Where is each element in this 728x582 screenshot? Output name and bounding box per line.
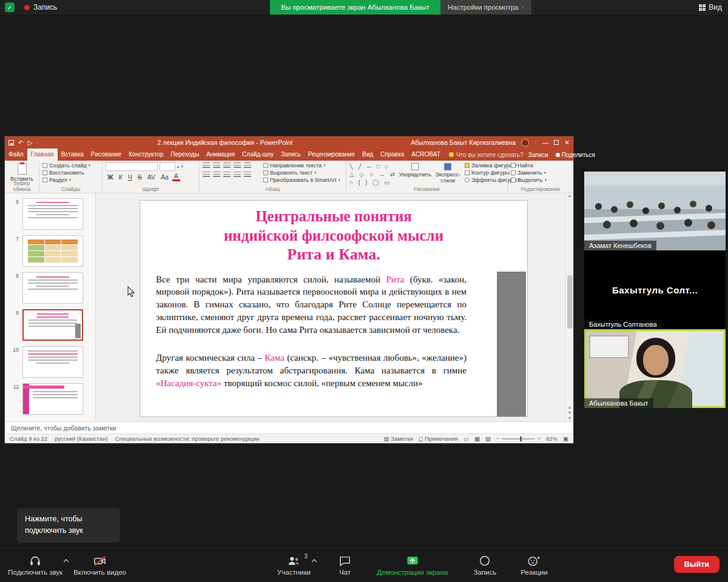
reset-slide-button[interactable]: Восстановить	[42, 170, 90, 176]
strikethrough-button[interactable]: S	[136, 173, 144, 181]
grow-font-icon[interactable]: ▴	[177, 164, 180, 169]
select-button[interactable]: Выделить▾	[511, 177, 547, 183]
increase-indent-icon[interactable]	[234, 162, 241, 168]
align-center-icon[interactable]	[213, 172, 220, 177]
share-button[interactable]: Поделиться	[556, 152, 595, 158]
vertical-scrollbar[interactable]: ▲ ▲ ▼ ▼	[565, 193, 573, 421]
zoom-slider[interactable]: − +	[496, 435, 541, 442]
minimize-button[interactable]: —	[542, 139, 549, 146]
tab-review[interactable]: Рецензирование	[305, 149, 359, 161]
chat-button[interactable]: Чат	[333, 548, 357, 582]
language-status[interactable]: русский (Казахстан)	[55, 435, 108, 442]
slide-thumbnail-10[interactable]	[22, 346, 83, 378]
scroll-down-icon[interactable]: ▼	[568, 416, 572, 420]
participants-options-chevron[interactable]	[311, 557, 317, 564]
bold-button[interactable]: Ж	[106, 173, 115, 181]
scroll-up-icon[interactable]: ▲	[568, 193, 572, 198]
zoom-track[interactable]	[502, 438, 534, 440]
zoom-out-icon[interactable]: −	[496, 435, 500, 442]
tab-view[interactable]: Вид	[359, 149, 377, 161]
close-button[interactable]: ✕	[564, 139, 570, 146]
join-audio-button[interactable]: Подключить звук	[2, 548, 68, 582]
reactions-button[interactable]: Реакции	[515, 548, 553, 582]
tab-transitions[interactable]: Переходы	[167, 149, 203, 161]
restore-button[interactable]	[554, 140, 559, 145]
undo-icon[interactable]: ↶	[18, 139, 24, 146]
tab-draw[interactable]: Рисование	[87, 149, 125, 161]
tab-help[interactable]: Справка	[377, 149, 408, 161]
notes-pane[interactable]: Щелкните, чтобы добавить заметки	[5, 421, 573, 433]
previous-slide-icon[interactable]: ▲	[568, 405, 572, 409]
save-icon[interactable]	[8, 140, 14, 146]
video-tile-azamat[interactable]: Азамат Кенешбеков	[584, 172, 726, 250]
start-video-button[interactable]: Включить видео	[68, 548, 132, 582]
columns-icon[interactable]	[244, 172, 251, 177]
participants-button[interactable]: 3 Участники	[272, 548, 316, 582]
records-button[interactable]: Записи	[528, 152, 548, 158]
slideshow-icon[interactable]: ▷	[28, 139, 33, 146]
slide-canvas[interactable]: Центральные понятия индийской филсоофско…	[140, 200, 528, 417]
align-text-button[interactable]: Выровнять текст▾	[263, 170, 340, 176]
section-button[interactable]: Раздел▾	[42, 177, 90, 183]
font-size-combobox[interactable]	[160, 162, 175, 171]
view-sorter-icon[interactable]: ▦	[474, 435, 480, 442]
comments-toggle[interactable]: ◻ Примечания	[419, 435, 458, 442]
align-left-icon[interactable]	[203, 172, 210, 177]
tab-insert[interactable]: Вставка	[58, 149, 87, 161]
view-button[interactable]: Вид	[699, 3, 722, 12]
quick-styles-button[interactable]: Экспресс-стили	[433, 162, 462, 186]
slide-thumbnail-7[interactable]	[22, 235, 83, 267]
tell-me-search[interactable]: Что вы хотите сделать?	[444, 149, 528, 161]
bullets-icon[interactable]	[203, 162, 210, 168]
accessibility-status[interactable]: Специальные возможности: проверьте реком…	[115, 435, 260, 442]
zoom-thumb[interactable]	[520, 436, 522, 441]
tab-acrobat[interactable]: ACROBAT	[408, 149, 444, 161]
shapes-gallery[interactable]: ╲ ╱ ─ □ ○ △ ◇ ☆ ↔ ⇄ ⌂ { } ◯ ▭	[349, 162, 397, 186]
tab-slideshow[interactable]: Слайд-шоу	[238, 149, 277, 161]
scrollbar-thumb[interactable]	[567, 275, 573, 329]
tab-animations[interactable]: Анимация	[203, 149, 238, 161]
underline-button[interactable]: Ч	[126, 173, 134, 181]
align-right-icon[interactable]	[223, 172, 231, 177]
slide-thumbnail-11[interactable]	[22, 383, 83, 415]
record-button[interactable]: Запись	[468, 548, 502, 582]
fit-slide-icon[interactable]: ▣	[563, 435, 568, 442]
zoom-in-icon[interactable]: +	[537, 435, 541, 442]
decrease-indent-icon[interactable]	[223, 162, 231, 168]
change-case-button[interactable]: Aa	[159, 173, 170, 181]
character-spacing-button[interactable]: AV	[146, 173, 157, 181]
convert-smartart-button[interactable]: Преобразовать в SmartArt▾	[263, 177, 340, 183]
find-button[interactable]: Найти	[511, 162, 547, 169]
notes-toggle[interactable]: ▤ Заметки	[384, 435, 413, 442]
replace-button[interactable]: Заменить▾	[511, 170, 547, 176]
text-direction-button[interactable]: Направление текста▾	[263, 162, 340, 169]
account-avatar[interactable]	[521, 139, 529, 147]
line-spacing-icon[interactable]	[244, 162, 251, 168]
justify-icon[interactable]	[234, 172, 241, 177]
ribbon-options-icon[interactable]: ▾	[534, 140, 537, 145]
shrink-font-icon[interactable]: ▾	[181, 164, 184, 169]
leave-meeting-button[interactable]: Выйти	[674, 556, 720, 573]
tab-record[interactable]: Запись	[277, 149, 305, 161]
font-color-button[interactable]: A	[172, 172, 180, 181]
view-reading-icon[interactable]: ▤	[485, 435, 491, 442]
numbering-icon[interactable]	[213, 162, 220, 168]
italic-button[interactable]: К	[117, 173, 124, 181]
zoom-percent[interactable]: 82%	[546, 435, 558, 442]
view-normal-icon[interactable]: ▭	[463, 435, 469, 442]
slide-thumbnail-9-selected[interactable]	[22, 309, 83, 341]
arrange-button[interactable]: Упорядочить	[399, 162, 431, 186]
view-settings-button[interactable]: Настройки просмотра ▾	[440, 0, 531, 15]
share-screen-button[interactable]: Демонстрация экрана	[371, 548, 454, 582]
next-slide-icon[interactable]: ▼	[568, 410, 572, 415]
slide-counter[interactable]: Слайд 9 из 22	[10, 435, 47, 442]
slide-thumbnail-6[interactable]	[22, 198, 83, 230]
video-tile-bakhytgul[interactable]: Бахытгуль Солт... Бахытгуль Солтанова	[584, 250, 726, 329]
video-tile-abylkhanova-active-speaker[interactable]: Абылханова Бакыт	[584, 329, 726, 408]
tab-home[interactable]: Главная	[27, 149, 58, 161]
tab-design[interactable]: Конструктор	[125, 149, 167, 161]
new-slide-button[interactable]: Создать слайд▾	[42, 162, 90, 169]
slide-thumbnail-8[interactable]	[22, 272, 83, 304]
tab-file[interactable]: Файл	[5, 149, 27, 161]
font-name-combobox[interactable]	[106, 162, 158, 171]
